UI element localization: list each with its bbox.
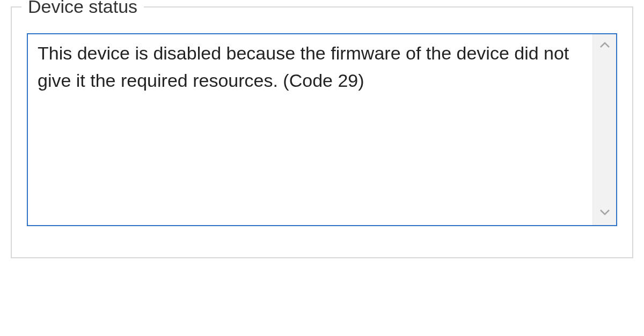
groupbox-legend: Device status	[21, 0, 144, 18]
scrollbar[interactable]	[592, 34, 616, 225]
status-textbox[interactable]: This device is disabled because the firm…	[27, 33, 617, 226]
scroll-down-button[interactable]	[593, 205, 616, 222]
status-message: This device is disabled because the firm…	[28, 34, 592, 225]
device-status-group: Device status This device is disabled be…	[11, 6, 633, 258]
chevron-down-icon	[599, 208, 610, 218]
groupbox-border: Device status This device is disabled be…	[11, 6, 633, 258]
chevron-up-icon	[599, 41, 610, 51]
scroll-up-button[interactable]	[593, 38, 616, 55]
